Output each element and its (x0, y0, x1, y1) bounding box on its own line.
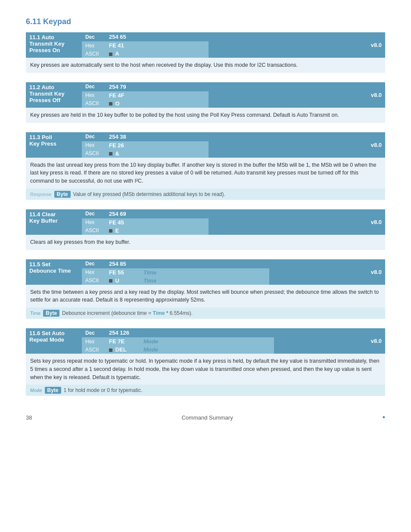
row-value: FE 55 (106, 268, 140, 277)
command-description: Reads the last unread key press from the… (26, 158, 385, 189)
row-type: Dec (82, 328, 106, 337)
command-description: Sets key press repeat mode to typematic … (26, 354, 385, 385)
row-param (140, 82, 209, 91)
row-value: FE 4F (106, 91, 140, 100)
response-label: Response (30, 192, 52, 197)
row-type: ASCII (82, 227, 106, 235)
command-block-11-6: 11.6 Set AutoRepeat Mode Dec 254 126 Mod… (26, 328, 385, 396)
row-value: O (106, 100, 140, 108)
response-desc: Value of key pressed (MSb determines add… (73, 191, 225, 197)
row-type: Dec (82, 259, 106, 268)
row-type: Dec (82, 32, 106, 41)
byte-badge: Byte (54, 191, 71, 198)
command-table: 11.3 PollKey Press Dec 254 38 v8.0 Hex F… (26, 132, 385, 158)
version-badge: v8.0 (269, 259, 385, 285)
row-value: 254 69 (106, 209, 140, 218)
command-block-11-1: 11.1 AutoTransmit KeyPresses On Dec 254 … (26, 32, 385, 73)
row-param (140, 149, 209, 158)
command-block-11-2: 11.2 AutoTransmit KeyPresses Off Dec 254… (26, 82, 385, 123)
row-param: Mode (140, 328, 274, 337)
row-value: 254 79 (106, 82, 140, 91)
param-label: Mode (143, 338, 158, 345)
row-type: Hex (82, 41, 106, 50)
response-row: Time Byte Debounce increment (debounce t… (26, 308, 385, 319)
row-value: 254 85 (106, 259, 140, 268)
row-param: Time (140, 277, 269, 285)
response-row: Response Byte Value of key pressed (MSb … (26, 189, 385, 200)
row-value: 254 38 (106, 132, 140, 141)
command-table: 11.2 AutoTransmit KeyPresses Off Dec 254… (26, 82, 385, 108)
row-value: 254 126 (106, 328, 140, 337)
row-param (140, 209, 209, 218)
param-label: Time (143, 269, 156, 276)
command-name: 11.2 AutoTransmit KeyPresses Off (26, 82, 82, 108)
byte-badge: Byte (43, 310, 59, 317)
footer-page: 38 (26, 414, 32, 421)
response-label: Mode (30, 388, 42, 393)
command-name: 11.4 ClearKey Buffer (26, 209, 82, 235)
row-param (140, 141, 209, 149)
row-type: ASCII (82, 50, 106, 58)
version-badge: v8.0 (274, 328, 385, 354)
response-desc: 1 for hold mode or 0 for typematic. (64, 387, 143, 393)
command-name: 11.1 AutoTransmit KeyPresses On (26, 32, 82, 58)
row-type: Dec (82, 132, 106, 141)
param-label: Time (143, 261, 156, 267)
param-label: Mode (143, 330, 158, 336)
commands-container: 11.1 AutoTransmit KeyPresses On Dec 254 … (26, 32, 385, 396)
param-label: Time (143, 277, 156, 284)
section-title: 6.11 Keypad (26, 17, 385, 26)
command-block-11-3: 11.3 PollKey Press Dec 254 38 v8.0 Hex F… (26, 132, 385, 200)
row-value: & (106, 149, 140, 158)
command-description: Key presses are held in the 10 key buffe… (26, 108, 385, 123)
version-badge: v8.0 (209, 32, 385, 58)
row-value: DEL (106, 345, 140, 354)
row-type: Hex (82, 141, 106, 149)
footer-title: Command Summary (181, 414, 233, 421)
row-value: U (106, 277, 140, 285)
row-param (140, 100, 209, 108)
footer: 38 Command Summary • (26, 413, 385, 422)
row-value: E (106, 227, 140, 235)
row-param (140, 41, 209, 50)
row-param (140, 32, 209, 41)
param-label: Mode (143, 346, 158, 353)
byte-badge: Byte (45, 387, 61, 394)
row-value: FE 45 (106, 218, 140, 227)
row-type: Hex (82, 337, 106, 345)
row-type: Dec (82, 209, 106, 218)
version-badge: v8.0 (209, 132, 385, 158)
row-param (140, 227, 209, 235)
command-description: Key presses are automatically sent to th… (26, 58, 385, 73)
row-type: Hex (82, 268, 106, 277)
command-block-11-5: 11.5 SetDebounce Time Dec 254 85 Time v8… (26, 259, 385, 319)
row-type: ASCII (82, 345, 106, 354)
row-value: FE 41 (106, 41, 140, 50)
row-type: Hex (82, 218, 106, 227)
row-param (140, 91, 209, 100)
row-type: ASCII (82, 100, 106, 108)
row-value: 254 65 (106, 32, 140, 41)
version-badge: v8.0 (209, 82, 385, 108)
response-row: Mode Byte 1 for hold mode or 0 for typem… (26, 385, 385, 396)
command-name: 11.6 Set AutoRepeat Mode (26, 328, 82, 354)
command-block-11-4: 11.4 ClearKey Buffer Dec 254 69 v8.0 Hex… (26, 209, 385, 250)
row-param: Time (140, 259, 269, 268)
version-badge: v8.0 (209, 209, 385, 235)
row-value: FE 7E (106, 337, 140, 345)
row-param (140, 218, 209, 227)
row-type: ASCII (82, 149, 106, 158)
command-table: 11.4 ClearKey Buffer Dec 254 69 v8.0 Hex… (26, 209, 385, 235)
row-param (140, 132, 209, 141)
row-param: Mode (140, 345, 274, 354)
command-table: 11.1 AutoTransmit KeyPresses On Dec 254 … (26, 32, 385, 58)
row-param (140, 50, 209, 58)
command-table: 11.5 SetDebounce Time Dec 254 85 Time v8… (26, 259, 385, 285)
row-type: Dec (82, 82, 106, 91)
command-name: 11.3 PollKey Press (26, 132, 82, 158)
command-name: 11.5 SetDebounce Time (26, 259, 82, 285)
response-desc: Debounce increment (debounce time = Time… (62, 310, 193, 316)
command-description: Clears all key presses from the key buff… (26, 235, 385, 250)
command-table: 11.6 Set AutoRepeat Mode Dec 254 126 Mod… (26, 328, 385, 354)
row-value: A (106, 50, 140, 58)
